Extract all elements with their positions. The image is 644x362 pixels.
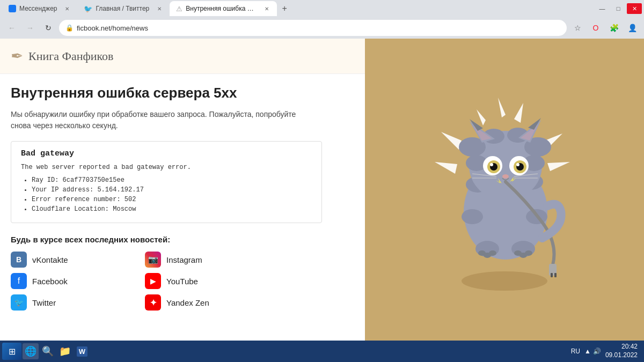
svg-point-34 [502, 174, 509, 179]
social-item-yandex[interactable]: ✦ Yandex Zen [145, 294, 268, 311]
minimize-button[interactable]: — [595, 3, 610, 14]
forward-button[interactable]: → [23, 20, 38, 35]
error-detail-location: Cloudflare Location: Moscow [32, 205, 312, 213]
tab-error-label: Внутренняя ошибка сервера | [186, 5, 257, 12]
yandex-label: Yandex Zen [166, 298, 209, 307]
tab-messenger-label: Мессенджер [19, 5, 57, 12]
site-title: Книга Фанфиков [28, 49, 113, 63]
error-heading: Внутренняя ошибка сервера 5хх [11, 85, 354, 101]
close-button[interactable]: ✕ [627, 3, 642, 14]
windows-logo: ⊞ [9, 346, 16, 357]
error-box: Bad gateway The web server reported a ba… [11, 141, 322, 223]
opera-icon[interactable]: O [588, 20, 603, 35]
tab-twitter[interactable]: 🐦 Главная / Твиттер ✕ [77, 1, 170, 16]
taskbar: ⊞ 🌐 🔍 📁 W RU ▲ 🔊 20:42 09.01.2022 [0, 341, 644, 362]
taskbar-word[interactable]: W [74, 343, 90, 359]
youtube-icon: ▶ [145, 273, 161, 289]
clock-date: 09.01.2022 [605, 351, 638, 360]
svg-rect-48 [551, 273, 553, 277]
svg-point-29 [490, 163, 493, 166]
taskbar-search[interactable]: 🔍 [40, 343, 56, 359]
address-bar: ← → ↻ 🔒 ficbook.net/home/news ☆ O 🧩 👤 [0, 17, 644, 39]
vk-label: vKontakte [32, 255, 68, 264]
taskbar-chrome[interactable]: 🌐 [23, 343, 39, 359]
search-icon: 🔍 [42, 345, 54, 357]
messenger-tab-icon [9, 5, 16, 12]
svg-marker-2 [498, 98, 506, 117]
error-detail-ref: Error reference number: 502 [32, 196, 312, 203]
error-box-title: Bad gateway [21, 149, 312, 158]
vk-icon: В [11, 252, 27, 268]
volume-icon: 🔊 [593, 348, 601, 355]
profile-button[interactable]: 👤 [625, 20, 640, 35]
tab-twitter-close[interactable]: ✕ [156, 5, 163, 12]
network-icon: ▲ [584, 348, 591, 355]
svg-marker-6 [441, 132, 462, 150]
twitter-tab-icon: 🐦 [84, 5, 92, 13]
social-item-instagram[interactable]: 📷 Instagram [145, 252, 268, 268]
url-bar[interactable]: 🔒 ficbook.net/home/news [59, 20, 567, 36]
taskbar-folder[interactable]: 📁 [57, 343, 73, 359]
svg-point-43 [489, 250, 496, 256]
taskbar-right: RU ▲ 🔊 20:42 09.01.2022 [567, 343, 642, 359]
facebook-label: Facebook [32, 277, 68, 286]
error-detail-ray: Ray ID: 6caf7703750e15ee [32, 176, 312, 184]
start-button[interactable]: ⊞ [2, 343, 21, 360]
title-bar: Мессенджер ✕ 🐦 Главная / Твиттер ✕ ⚠ Вну… [0, 0, 644, 17]
twitter-label: Twitter [32, 298, 56, 307]
back-button[interactable]: ← [4, 20, 19, 35]
svg-point-33 [516, 163, 519, 166]
lock-icon: 🔒 [65, 24, 74, 32]
site-header: ✒ Книга Фанфиков [0, 39, 365, 74]
url-text: ficbook.net/home/news [77, 24, 560, 32]
taskbar-sys-icons: ▲ 🔊 [584, 348, 601, 355]
social-grid: В vKontakte 📷 Instagram f Facebook ▶ You… [11, 252, 268, 311]
browser-frame: Мессенджер ✕ 🐦 Главная / Твиттер ✕ ⚠ Вну… [0, 0, 644, 362]
error-box-text: The web server reported a bad gateway er… [21, 164, 312, 171]
cat-illustration [413, 77, 596, 302]
browser-content: ✒ Книга Фанфиков Внутренняя ошибка серве… [0, 39, 644, 341]
error-description: Мы обнаружили ошибку при обработке вашег… [11, 109, 301, 131]
svg-point-11 [462, 209, 483, 224]
twitter-icon: 🐦 [11, 294, 27, 311]
main-content: Внутренняя ошибка сервера 5хх Мы обнаруж… [0, 74, 365, 341]
error-details-list: Ray ID: 6caf7703750e15ee Your IP address… [21, 176, 312, 213]
page-wrapper: ✒ Книга Фанфиков Внутренняя ошибка серве… [0, 39, 365, 341]
svg-marker-5 [547, 162, 570, 171]
social-item-facebook[interactable]: f Facebook [11, 273, 134, 289]
refresh-button[interactable]: ↻ [41, 20, 56, 35]
feather-logo-icon: ✒ [11, 47, 23, 65]
bookmark-button[interactable]: ☆ [570, 20, 585, 35]
social-item-vk[interactable]: В vKontakte [11, 252, 134, 268]
tab-error-close[interactable]: ✕ [263, 5, 270, 12]
taskbar-language: RU [571, 348, 580, 355]
error-detail-ip: Your IP address: 5.164.192.17 [32, 186, 312, 194]
social-heading: Будь в курсе всех последних новостей: [11, 235, 354, 244]
word-icon: W [77, 346, 87, 357]
window-controls: — □ ✕ [595, 3, 642, 14]
social-item-twitter[interactable]: 🐦 Twitter [11, 294, 134, 311]
instagram-label: Instagram [166, 255, 202, 264]
social-item-youtube[interactable]: ▶ YouTube [145, 273, 268, 289]
new-tab-button[interactable]: + [277, 1, 292, 16]
svg-marker-1 [477, 109, 486, 125]
cat-svg [419, 83, 590, 297]
svg-point-46 [525, 250, 532, 256]
maximize-button[interactable]: □ [611, 3, 626, 14]
yandex-icon: ✦ [145, 294, 161, 311]
extensions-button[interactable]: 🧩 [606, 20, 621, 35]
instagram-icon: 📷 [145, 252, 161, 268]
error-tab-icon: ⚠ [176, 5, 182, 13]
chrome-icon: 🌐 [25, 345, 36, 357]
svg-marker-3 [514, 103, 523, 123]
facebook-icon: f [11, 273, 27, 289]
illustration-panel [365, 39, 644, 341]
tab-messenger[interactable]: Мессенджер ✕ [2, 1, 77, 16]
tab-messenger-close[interactable]: ✕ [63, 5, 71, 12]
clock-time: 20:42 [605, 343, 638, 351]
folder-icon: 📁 [59, 345, 71, 357]
tab-twitter-label: Главная / Твиттер [96, 5, 149, 12]
taskbar-clock: 20:42 09.01.2022 [605, 343, 638, 359]
svg-marker-7 [435, 162, 457, 174]
tab-error[interactable]: ⚠ Внутренняя ошибка сервера | ✕ [170, 1, 277, 16]
